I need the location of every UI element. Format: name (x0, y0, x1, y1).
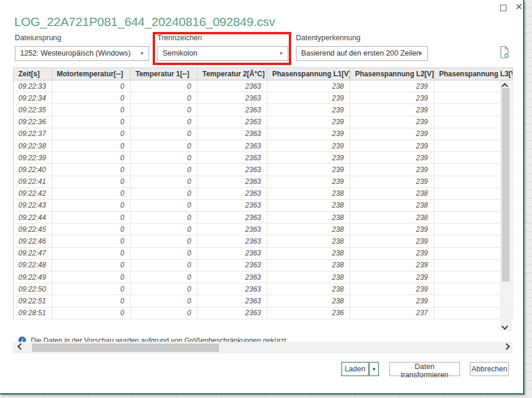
table-row: 09:22:45002363238239 (14, 224, 513, 235)
table-cell: 238 (350, 212, 434, 224)
table-cell: 238 (267, 259, 350, 271)
column-header[interactable]: Phasenspannung L1[V] (267, 68, 350, 80)
table-cell: 0 (131, 271, 198, 283)
table-cell: 09:22:40 (14, 164, 52, 176)
table-cell: 0 (52, 247, 131, 259)
field-datentyperkennung: Datentyperkennung Basierend auf den erst… (296, 34, 428, 61)
table-cell: 0 (52, 187, 131, 199)
scroll-left-arrow[interactable] (17, 344, 23, 349)
table-cell: 09:22:39 (14, 152, 52, 164)
table-cell: 238 (267, 199, 350, 211)
chevron-down-icon (501, 323, 508, 329)
table-cell: 238 (267, 295, 350, 307)
table-cell: 0 (52, 152, 131, 164)
table-cell: 0 (52, 307, 131, 319)
maximize-icon (500, 5, 507, 11)
table-cell: 0 (131, 116, 198, 128)
table-cell: 239 (350, 283, 434, 295)
load-split-arrow-button[interactable]: ▼ (369, 362, 379, 376)
table-cell: 2363 (198, 80, 267, 92)
datentyperkennung-dropdown[interactable]: Basierend auf den ersten 200 Zeilen ▼ (296, 46, 428, 61)
close-icon: ✕ (515, 2, 523, 12)
table-cell: 2363 (198, 104, 267, 116)
table-cell: 2363 (198, 212, 267, 224)
table-cell: 2363 (198, 140, 267, 151)
table-cell: 2363 (198, 259, 267, 271)
table-cell: 238 (267, 283, 350, 295)
column-header[interactable]: Temperatur 1[--] (131, 68, 198, 80)
table-cell: 2363 (198, 283, 267, 295)
table-cell: 09:22:46 (14, 235, 52, 247)
table-cell: 0 (131, 199, 198, 211)
table-cell: 2363 (198, 199, 267, 211)
scroll-right-arrow[interactable] (504, 344, 509, 349)
table-cell: 239 (350, 164, 434, 176)
table-cell: 09:22:35 (14, 104, 52, 116)
trennzeichen-dropdown[interactable]: Semikolon ▼ (157, 46, 288, 61)
table-cell: 239 (267, 92, 350, 104)
vertical-scrollbar-thumb[interactable] (502, 88, 510, 281)
refresh-preview-icon[interactable] (499, 46, 510, 59)
table-cell: 09:22:34 (14, 92, 52, 104)
dropdown-value: 1252: Westeuropäisch (Windows) (20, 49, 131, 57)
table-cell: 239 (350, 116, 434, 128)
excel-sheet-sliver-bottom (0, 394, 532, 398)
dropdown-value: Semikolon (163, 49, 197, 57)
table-cell: 2363 (198, 235, 267, 247)
close-button[interactable]: ✕ (513, 1, 525, 14)
transform-data-button[interactable]: Daten transformieren (389, 362, 460, 376)
table-row: 09:22:39002363239239 (14, 152, 513, 164)
table-cell: 0 (131, 307, 198, 319)
column-header[interactable]: Zeit[s] (14, 68, 52, 80)
table-cell: 2363 (198, 247, 267, 259)
table-row: 09:22:51002363238239 (14, 295, 513, 307)
table-cell: 09:22:42 (14, 187, 52, 199)
table-cell: 239 (267, 128, 350, 140)
table-cell: 238 (267, 80, 350, 92)
table-cell: 0 (131, 128, 198, 140)
table-cell: 2363 (198, 116, 267, 128)
table-cell: 09:22:43 (14, 199, 52, 211)
cancel-button[interactable]: Abbrechen (470, 362, 509, 376)
column-header[interactable]: Temperatur 2[Â°C] (198, 68, 267, 80)
dialog-title: LOG_22A721P081_644_20240816_092849.csv (14, 15, 275, 29)
screen: ✕ LOG_22A721P081_644_20240816_092849.csv… (0, 0, 532, 398)
table-cell: 09:22:47 (14, 247, 52, 259)
excel-sheet-sliver-right (524, 0, 532, 398)
table-cell: 09:28:51 (14, 307, 52, 319)
scroll-down-arrow[interactable] (502, 324, 507, 329)
load-button[interactable]: Laden (341, 362, 369, 376)
horizontal-scrollbar-thumb[interactable] (32, 344, 219, 352)
table-cell: 2363 (198, 224, 267, 235)
table-cell: 238 (350, 187, 434, 199)
dateiursprung-dropdown[interactable]: 1252: Westeuropäisch (Windows) ▼ (15, 46, 149, 61)
field-dateiursprung: Dateiursprung 1252: Westeuropäisch (Wind… (15, 34, 149, 61)
table-cell: 09:22:45 (14, 224, 52, 235)
table-cell: 09:22:44 (14, 212, 52, 224)
table-cell: 09:22:48 (14, 259, 52, 271)
horizontal-scrollbar[interactable] (13, 342, 512, 354)
vertical-scrollbar[interactable] (500, 80, 512, 331)
table-cell: 0 (52, 80, 131, 92)
table-cell: 0 (131, 283, 198, 295)
table-cell: 238 (267, 235, 350, 247)
column-header[interactable]: Phasenspannung L2[V] (350, 68, 434, 80)
table-cell: 239 (267, 164, 350, 176)
maximize-button[interactable] (498, 2, 508, 13)
table-cell: 0 (131, 187, 198, 199)
table-cell: 239 (350, 235, 434, 247)
table-row: 09:22:36002363239239 (14, 116, 513, 128)
table-cell: 0 (52, 295, 131, 307)
table-cell: 0 (131, 212, 198, 224)
table-cell: 0 (52, 176, 131, 187)
table-cell: 0 (52, 259, 131, 271)
table-cell: 09:22:33 (14, 80, 52, 92)
table-row: 09:22:48002363238239 (14, 259, 513, 271)
table-cell: 09:22:38 (14, 140, 52, 151)
column-header[interactable]: Motortemperatur[--] (52, 68, 131, 80)
column-header[interactable]: Phasenspannung L3[V (434, 68, 513, 80)
table-cell: 239 (350, 140, 434, 151)
table-cell: 0 (131, 176, 198, 187)
table-cell: 239 (350, 259, 434, 271)
table-cell: 0 (52, 199, 131, 211)
